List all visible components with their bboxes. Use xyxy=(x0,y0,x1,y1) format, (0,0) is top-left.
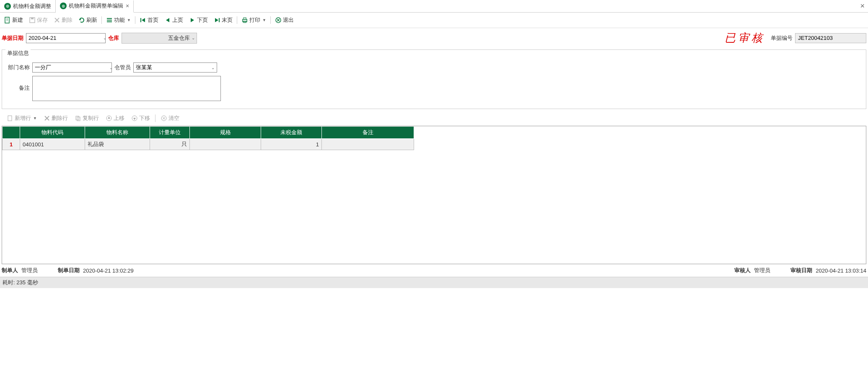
copy-row-button[interactable]: 复制行 xyxy=(72,113,101,123)
tab-adjust-list[interactable]: ⊕ 机物料金额调整 xyxy=(0,0,56,12)
svg-marker-13 xyxy=(166,18,169,22)
del-row-label: 删除行 xyxy=(52,114,68,122)
chevron-down-icon[interactable]: ⌄ xyxy=(101,36,109,40)
next-label: 下页 xyxy=(197,16,208,24)
col-header[interactable]: 备注 xyxy=(322,127,414,139)
add-row-button[interactable]: 新增行 ▼ xyxy=(4,113,39,123)
exit-icon xyxy=(275,17,282,23)
remark-textarea[interactable] xyxy=(32,76,221,101)
separator xyxy=(101,16,102,24)
new-label: 新建 xyxy=(12,16,23,24)
create-date-label: 制单日期 xyxy=(58,267,80,274)
date-input[interactable]: ⌄ xyxy=(26,33,106,43)
svg-marker-15 xyxy=(215,18,218,22)
last-icon xyxy=(214,17,220,23)
del-row-button[interactable]: 删除行 xyxy=(41,113,70,123)
auditor-value: 管理员 xyxy=(754,267,770,274)
grid-cell[interactable]: 礼品袋 xyxy=(85,139,150,150)
remark-label: 备注 xyxy=(6,76,30,92)
new-button[interactable]: 新建 xyxy=(2,15,26,25)
down-icon xyxy=(131,115,138,122)
move-down-button[interactable]: 下移 xyxy=(129,113,153,123)
print-button[interactable]: 打印 ▼ xyxy=(239,15,269,25)
svg-rect-4 xyxy=(31,18,34,19)
close-icon[interactable]: × xyxy=(126,3,129,9)
warehouse-value: 五金仓库 xyxy=(124,34,192,42)
prev-icon xyxy=(164,17,171,23)
function-button[interactable]: 功能 ▼ xyxy=(104,15,133,25)
grid-cell[interactable] xyxy=(322,139,414,150)
keeper-label: 仓管员 xyxy=(114,64,131,71)
chevron-down-icon: ▼ xyxy=(127,18,131,22)
elapsed-text: 耗时: 235 毫秒 xyxy=(3,279,38,286)
creator-value: 管理员 xyxy=(21,267,38,274)
list-icon xyxy=(106,17,113,23)
refresh-button[interactable]: 刷新 xyxy=(76,15,100,25)
new-icon xyxy=(7,115,13,122)
refresh-icon xyxy=(78,17,85,23)
chevron-down-icon: ▼ xyxy=(262,18,266,22)
tab-adjust-edit[interactable]: ⊕ 机物料金额调整单编辑 × xyxy=(56,0,134,13)
move-up-button[interactable]: 上移 xyxy=(103,113,127,123)
clear-button[interactable]: 清空 xyxy=(158,113,182,123)
new-icon xyxy=(4,17,11,23)
first-page-button[interactable]: 首页 xyxy=(137,15,161,25)
window-close-icon[interactable]: × xyxy=(860,2,865,10)
date-field[interactable] xyxy=(26,35,101,41)
chevron-down-icon[interactable]: ⌄ xyxy=(107,65,115,70)
copy-icon xyxy=(75,115,81,122)
save-label: 保存 xyxy=(37,16,48,24)
warehouse-label: 仓库 xyxy=(108,34,119,42)
first-label: 首页 xyxy=(148,16,158,24)
separator xyxy=(135,16,135,24)
docno-field xyxy=(795,33,866,43)
dept-field[interactable] xyxy=(33,65,107,71)
grid-cell[interactable]: 1 xyxy=(261,139,322,150)
up-icon xyxy=(106,115,112,122)
next-page-button[interactable]: 下页 xyxy=(187,15,210,25)
warehouse-select[interactable]: 五金仓库 ⌄ xyxy=(122,33,197,44)
col-header[interactable]: 规格 xyxy=(190,127,261,139)
col-header[interactable]: 物料代码 xyxy=(20,127,85,139)
function-label: 功能 xyxy=(114,16,125,24)
chevron-down-icon[interactable]: ⌄ xyxy=(209,65,217,70)
last-page-button[interactable]: 末页 xyxy=(211,15,235,25)
col-header[interactable]: 未税金额 xyxy=(261,127,322,139)
footer: 制单人 管理员 制单日期 2020-04-21 13:02:29 审核人 管理员… xyxy=(0,264,868,277)
keeper-select[interactable]: ⌄ xyxy=(133,62,217,73)
table-row[interactable]: 10401001礼品袋只1 xyxy=(3,139,414,150)
grid-container[interactable]: 物料代码物料名称计量单位规格未税金额备注 10401001礼品袋只1 xyxy=(2,126,866,264)
save-icon xyxy=(29,17,36,23)
rownum-cell: 1 xyxy=(3,139,20,150)
print-icon xyxy=(241,17,248,23)
col-header[interactable]: 物料名称 xyxy=(85,127,150,139)
prev-page-button[interactable]: 上页 xyxy=(162,15,186,25)
col-header[interactable]: 计量单位 xyxy=(150,127,190,139)
audit-date-value: 2020-04-21 13:03:14 xyxy=(816,268,866,274)
refresh-label: 刷新 xyxy=(86,16,97,24)
data-grid: 物料代码物料名称计量单位规格未税金额备注 10401001礼品袋只1 xyxy=(2,126,414,150)
dept-select[interactable]: ⌄ xyxy=(32,62,112,73)
clear-icon xyxy=(161,115,167,122)
copy-row-label: 复制行 xyxy=(83,114,99,122)
first-icon xyxy=(140,17,146,23)
last-label: 末页 xyxy=(222,16,233,24)
grid-cell[interactable] xyxy=(190,139,261,150)
move-up-label: 上移 xyxy=(114,114,124,122)
exit-button[interactable]: 退出 xyxy=(272,15,296,25)
separator xyxy=(270,16,271,24)
svg-rect-23 xyxy=(8,116,12,121)
grid-cell[interactable]: 0401001 xyxy=(20,139,85,150)
svg-marker-14 xyxy=(191,18,194,22)
exit-label: 退出 xyxy=(283,16,294,24)
delete-button: 删除 xyxy=(51,15,75,25)
audit-date-label: 审核日期 xyxy=(790,267,812,274)
chevron-down-icon: ⌄ xyxy=(192,36,195,40)
grid-cell[interactable]: 只 xyxy=(150,139,190,150)
row-toolbar: 新增行 ▼ 删除行 复制行 上移 下移 清空 xyxy=(0,111,868,126)
print-label: 打印 xyxy=(249,16,260,24)
globe-icon: ⊕ xyxy=(4,3,11,10)
status-bar: 耗时: 235 毫秒 xyxy=(0,277,868,288)
svg-marker-12 xyxy=(142,18,145,22)
keeper-field[interactable] xyxy=(134,65,209,71)
